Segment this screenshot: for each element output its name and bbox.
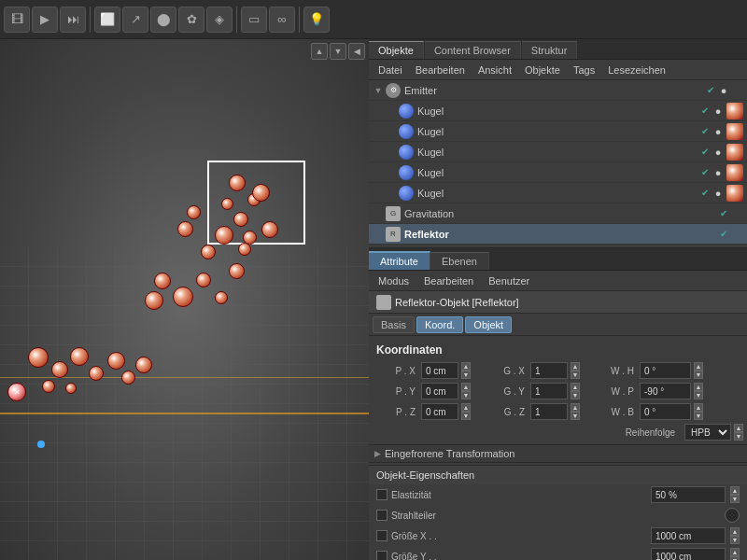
pz-field[interactable]: 0 cm xyxy=(421,403,458,420)
py-field[interactable]: 0 cm xyxy=(421,383,458,399)
menu-datei[interactable]: Datei xyxy=(373,63,408,77)
collapsible-arrow-icon: ▶ xyxy=(374,449,381,458)
wp-stepper[interactable]: ▲▼ xyxy=(694,383,703,399)
tool-sphere[interactable]: ⬤ xyxy=(150,7,176,33)
elastizitaet-field[interactable]: 50 % xyxy=(651,486,726,503)
vp-btn-3[interactable]: ◀ xyxy=(348,43,365,60)
strahlteiler-toggle[interactable] xyxy=(725,508,740,523)
list-item[interactable]: Kugel ✔ ● xyxy=(369,183,747,203)
strahlteiler-checkbox[interactable] xyxy=(376,510,388,521)
elastizitaet-stepper[interactable]: ▲▼ xyxy=(730,486,740,503)
tab-content-browser[interactable]: Content Browser xyxy=(425,41,521,59)
wb-stepper[interactable]: ▲▼ xyxy=(694,403,703,420)
tab-objekte[interactable]: Objekte xyxy=(369,41,424,59)
tool-cube[interactable]: ⬜ xyxy=(94,7,120,33)
particle xyxy=(70,347,89,366)
strahlteiler-row: Strahlteiler xyxy=(369,505,747,525)
sep1 xyxy=(90,7,91,33)
menu-ansicht[interactable]: Ansicht xyxy=(472,63,517,77)
expand-icon[interactable] xyxy=(386,167,397,178)
obj-thumbnail xyxy=(726,164,743,181)
list-item[interactable]: Kugel ✔ ● xyxy=(369,101,747,121)
attr-menu-benutzer[interactable]: Benutzer xyxy=(483,273,535,288)
eingefrorene-collapsible[interactable]: ▶ Eingefrorene Transformation xyxy=(369,444,747,463)
tool-play[interactable]: ▶ xyxy=(32,7,58,33)
expand-icon[interactable] xyxy=(386,105,397,117)
expand-icon[interactable] xyxy=(373,229,384,240)
list-item[interactable]: Kugel ✔ ● xyxy=(369,121,747,142)
pz-stepper[interactable]: ▲▼ xyxy=(461,403,471,420)
gy-stepper[interactable]: ▲▼ xyxy=(571,383,580,399)
particle xyxy=(107,352,125,370)
gx-field[interactable]: 1 xyxy=(530,362,568,379)
eingefrorene-label: Eingefrorene Transformation xyxy=(385,448,514,459)
attr-menu-modus[interactable]: Modus xyxy=(373,273,415,288)
attr-menu-bearbeiten[interactable]: Bearbeiten xyxy=(418,273,479,288)
py-stepper[interactable]: ▲▼ xyxy=(461,383,471,399)
tool-arrow[interactable]: ↗ xyxy=(122,7,148,33)
obj-check: ✔ xyxy=(698,167,712,177)
list-item[interactable]: ▼ ⚙ Emitter ✔ ● xyxy=(369,80,747,101)
gy-field[interactable]: 1 xyxy=(530,383,568,399)
groesse-x-checkbox[interactable] xyxy=(376,530,388,541)
tool-film[interactable]: 🎞 xyxy=(4,7,30,33)
groesse-y-stepper[interactable]: ▲▼ xyxy=(730,548,740,560)
expand-icon[interactable] xyxy=(373,208,384,219)
list-item[interactable]: Kugel ✔ ● xyxy=(369,142,747,162)
tool-infinity[interactable]: ∞ xyxy=(269,7,295,33)
expand-icon[interactable] xyxy=(386,147,397,158)
menu-bearbeiten[interactable]: Bearbeiten xyxy=(410,63,471,77)
obj-check: ✔ xyxy=(698,147,712,157)
menu-lesezeichen[interactable]: Lesezeichen xyxy=(602,63,671,77)
obj-dot: ● xyxy=(717,85,730,96)
wp-field[interactable]: -90 ° xyxy=(640,383,691,399)
elastizitaet-value: 50 % xyxy=(655,490,677,500)
tab-attribute[interactable]: Attribute xyxy=(369,251,430,270)
px-stepper[interactable]: ▲▼ xyxy=(461,362,471,379)
list-item[interactable]: G Gravitation ✔ xyxy=(369,203,747,224)
particle xyxy=(89,366,104,381)
wb-field[interactable]: 0 ° xyxy=(640,403,691,420)
tool-drop[interactable]: ◈ xyxy=(206,7,233,33)
groesse-y-checkbox[interactable] xyxy=(376,551,388,560)
obj-icon-ball xyxy=(399,104,414,119)
particle xyxy=(201,245,216,259)
obj-dot: ● xyxy=(712,147,725,158)
expand-icon[interactable] xyxy=(386,126,397,137)
object-menubar: Datei Bearbeiten Ansicht Objekte Tags Le… xyxy=(369,60,747,80)
tool-light[interactable]: 💡 xyxy=(303,7,330,33)
expand-icon[interactable]: ▼ xyxy=(373,85,384,96)
list-item[interactable]: Kugel ✔ ● xyxy=(369,162,747,183)
gz-stepper[interactable]: ▲▼ xyxy=(571,403,580,420)
elastizitaet-checkbox[interactable] xyxy=(376,489,388,500)
expand-icon[interactable] xyxy=(386,188,397,199)
reihenfolge-stepper[interactable]: ▲▼ xyxy=(734,424,743,441)
vp-btn-1[interactable]: ▲ xyxy=(311,43,328,60)
tool-rect[interactable]: ▭ xyxy=(241,7,267,33)
reihenfolge-select[interactable]: HPB PHB BPH xyxy=(684,424,731,441)
menu-objekte[interactable]: Objekte xyxy=(519,63,566,77)
tool-step[interactable]: ⏭ xyxy=(60,7,86,33)
sub-tab-objekt[interactable]: Objekt xyxy=(465,316,512,333)
groesse-x-stepper[interactable]: ▲▼ xyxy=(730,527,740,544)
obj-check: ✔ xyxy=(717,208,730,218)
px-field[interactable]: 0 cm xyxy=(421,362,458,379)
gx-stepper[interactable]: ▲▼ xyxy=(571,362,580,379)
menu-tags[interactable]: Tags xyxy=(568,63,600,77)
tab-struktur[interactable]: Struktur xyxy=(522,41,578,59)
strahlteiler-label: Strahlteiler xyxy=(391,511,721,521)
obj-check: ✔ xyxy=(717,229,730,239)
sub-tab-basis[interactable]: Basis xyxy=(373,316,415,333)
groesse-y-field[interactable]: 1000 cm xyxy=(651,548,726,560)
groesse-x-field[interactable]: 1000 cm xyxy=(651,527,726,544)
vp-btn-2[interactable]: ▼ xyxy=(330,43,346,60)
tool-flower[interactable]: ✿ xyxy=(178,7,204,33)
object-panel-tabs: Objekte Content Browser Struktur xyxy=(369,39,747,60)
wh-field[interactable]: 0 ° xyxy=(640,362,691,379)
wh-stepper[interactable]: ▲▼ xyxy=(694,362,703,379)
tab-ebenen[interactable]: Ebenen xyxy=(430,252,489,270)
gz-value: 1 xyxy=(535,407,541,417)
sub-tab-koord[interactable]: Koord. xyxy=(416,316,463,333)
list-item-selected[interactable]: R Reflektor ✔ xyxy=(369,224,747,245)
gz-field[interactable]: 1 xyxy=(530,403,568,420)
